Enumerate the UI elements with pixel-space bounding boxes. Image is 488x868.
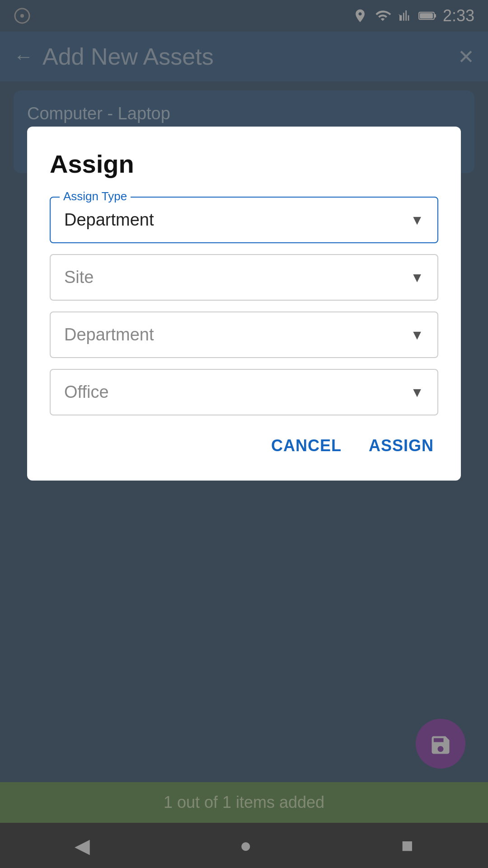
office-placeholder: Office (64, 382, 109, 402)
office-chevron: ▼ (410, 385, 424, 400)
department-chevron: ▼ (410, 327, 424, 343)
assign-type-label: Assign Type (60, 189, 131, 203)
department-placeholder: Department (64, 325, 154, 344)
cancel-button[interactable]: CANCEL (267, 429, 346, 462)
site-placeholder: Site (64, 268, 94, 287)
dialog-actions: CANCEL ASSIGN (50, 429, 438, 462)
department-dropdown[interactable]: Department ▼ (50, 311, 438, 358)
assign-type-chevron: ▼ (410, 212, 424, 228)
site-chevron: ▼ (410, 270, 424, 285)
assign-button[interactable]: ASSIGN (364, 429, 438, 462)
office-dropdown[interactable]: Office ▼ (50, 369, 438, 415)
assign-dialog: Assign Assign Type Department ▼ Site ▼ D… (27, 127, 461, 481)
assign-type-dropdown[interactable]: Assign Type Department ▼ (50, 197, 438, 243)
assign-type-value: Department (64, 210, 154, 230)
site-dropdown[interactable]: Site ▼ (50, 254, 438, 301)
dialog-title: Assign (50, 149, 438, 179)
